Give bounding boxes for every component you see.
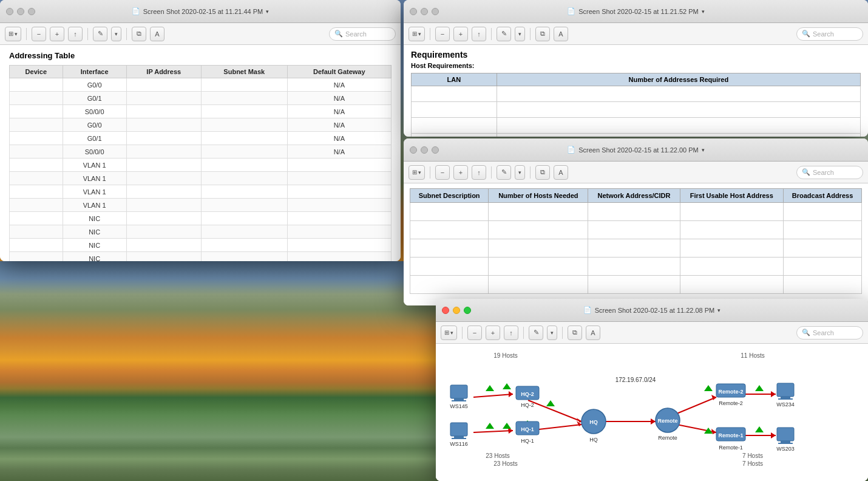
zoom-in-button-2[interactable]: +: [453, 27, 468, 41]
copy-button[interactable]: ⧉: [132, 27, 146, 41]
close-button-3[interactable]: [410, 146, 417, 154]
ws116-label: WS116: [450, 441, 468, 447]
table-cell: [126, 159, 201, 172]
table-row: NIC: [10, 239, 392, 252]
edit-button-2[interactable]: ✎: [497, 27, 511, 41]
table-cell: [489, 239, 588, 258]
table-cell: [287, 212, 391, 225]
zoom-in-button[interactable]: +: [50, 27, 64, 41]
table-cell: [10, 252, 63, 262]
search-icon-4: 🔍: [802, 329, 810, 336]
table-row: [410, 258, 862, 276]
zoom-out-button-3[interactable]: −: [435, 165, 450, 180]
search-box-2[interactable]: 🔍 Search: [796, 27, 863, 41]
svg-rect-50: [777, 383, 794, 397]
view-button-4[interactable]: ⊞ ▾: [441, 326, 457, 340]
table-cell: [201, 132, 287, 145]
edit-dropdown[interactable]: ▾: [111, 27, 121, 41]
minimize-button[interactable]: [17, 8, 24, 15]
person-button[interactable]: A: [150, 27, 164, 41]
minimize-button-2[interactable]: [421, 8, 428, 15]
table-cell: [10, 185, 63, 199]
zoom-in-button-3[interactable]: +: [453, 165, 468, 180]
table-row: VLAN 1: [10, 172, 392, 185]
table-cell: [287, 199, 391, 212]
search-box-4[interactable]: 🔍 Search: [796, 326, 863, 339]
table-cell: [201, 92, 287, 105]
edit-button[interactable]: ✎: [93, 27, 107, 41]
zoom-out-button[interactable]: −: [32, 27, 46, 41]
subnet-col-header: First Usable Host Address: [680, 189, 784, 203]
table-cell: [588, 239, 680, 258]
view-button[interactable]: ⊞ ▾: [5, 27, 21, 41]
table-cell: VLAN 1: [63, 199, 126, 212]
zoom-in-button-4[interactable]: +: [486, 326, 500, 340]
fullscreen-button[interactable]: [28, 8, 35, 15]
table-cell: [126, 78, 201, 92]
network-diagram-svg: 19 Hosts 11 Hosts 23 Hosts 7 Hosts 172.1…: [436, 344, 868, 481]
req-col-header: LAN: [412, 73, 497, 86]
table-cell: N/A: [287, 78, 391, 92]
svg-rect-43: [452, 438, 466, 439]
table-cell: [10, 105, 63, 118]
view-button-3[interactable]: ⊞ ▾: [409, 165, 425, 180]
table-cell: [588, 258, 680, 276]
toolbar-diagram: ⊞ ▾ − + ↑ ✎ ▾ ⧉ A 🔍 Search: [436, 322, 868, 344]
copy-button-3[interactable]: ⧉: [535, 165, 550, 180]
close-button[interactable]: [6, 8, 13, 15]
minimize-button-3[interactable]: [421, 146, 428, 154]
copy-button-2[interactable]: ⧉: [535, 27, 550, 41]
section-title-addressing: Addressing Table: [9, 51, 392, 60]
titlebar-requirements: 📄 Screen Shot 2020-02-15 at 11.21.52 PM …: [404, 0, 868, 23]
table-cell: [126, 172, 201, 185]
table-row: NIC: [10, 225, 392, 239]
fullscreen-button-4[interactable]: [464, 307, 471, 314]
zoom-out-button-4[interactable]: −: [467, 326, 482, 340]
person-button-4[interactable]: A: [586, 326, 600, 340]
edit-button-4[interactable]: ✎: [529, 326, 543, 340]
minimize-button-4[interactable]: [453, 307, 460, 314]
edit-dropdown-4[interactable]: ▾: [547, 326, 557, 340]
person-button-3[interactable]: A: [554, 165, 568, 180]
table-row: [410, 276, 862, 294]
share-button-2[interactable]: ↑: [472, 27, 486, 41]
table-cell: [10, 92, 63, 105]
table-cell: [126, 199, 201, 212]
close-button-4[interactable]: [442, 307, 449, 314]
table-cell: NIC: [63, 212, 126, 225]
table-cell: VLAN 1: [63, 185, 126, 199]
window-controls: [6, 8, 35, 15]
copy-button-4[interactable]: ⧉: [568, 326, 582, 340]
svg-text:HQ-1: HQ-1: [521, 426, 534, 432]
window-requirements: 📄 Screen Shot 2020-02-15 at 11.21.52 PM …: [404, 0, 868, 137]
document-icon: 📄: [132, 7, 140, 15]
table-cell: [497, 118, 860, 134]
window-addressing-table: 📄 Screen Shot 2020-02-15 at 11.21.44 PM …: [0, 0, 401, 261]
svg-text:HQ-2: HQ-2: [521, 391, 534, 397]
close-button-2[interactable]: [410, 8, 417, 15]
search-box-1[interactable]: 🔍 Search: [329, 27, 396, 41]
col-header-device: Device: [10, 66, 63, 78]
edit-dropdown-2[interactable]: ▾: [515, 27, 525, 41]
fullscreen-button-2[interactable]: [432, 8, 439, 15]
fullscreen-button-3[interactable]: [432, 146, 439, 154]
table-cell: [410, 276, 489, 294]
view-button-2[interactable]: ⊞ ▾: [409, 27, 425, 41]
table-cell: N/A: [287, 105, 391, 118]
hq1-label: HQ-1: [521, 438, 534, 444]
edit-dropdown-3[interactable]: ▾: [515, 165, 525, 180]
share-button[interactable]: ↑: [68, 27, 83, 41]
person-button-2[interactable]: A: [554, 27, 568, 41]
separator-8: [491, 166, 492, 179]
search-box-3[interactable]: 🔍 Search: [796, 166, 863, 179]
share-button-4[interactable]: ↑: [504, 326, 518, 340]
requirements-content: Requirements Host Requirements: LANNumbe…: [404, 45, 868, 137]
toolbar-addressing: ⊞ ▾ − + ↑ ✎ ▾ ⧉ A 🔍 Search: [0, 23, 401, 45]
window-controls-2: [410, 8, 439, 15]
share-button-3[interactable]: ↑: [472, 165, 486, 180]
edit-button-3[interactable]: ✎: [497, 165, 511, 180]
table-cell: [588, 276, 680, 294]
zoom-out-button-2[interactable]: −: [435, 27, 450, 41]
svg-text:Remote-1: Remote-1: [718, 432, 743, 438]
separator-3: [126, 28, 127, 40]
